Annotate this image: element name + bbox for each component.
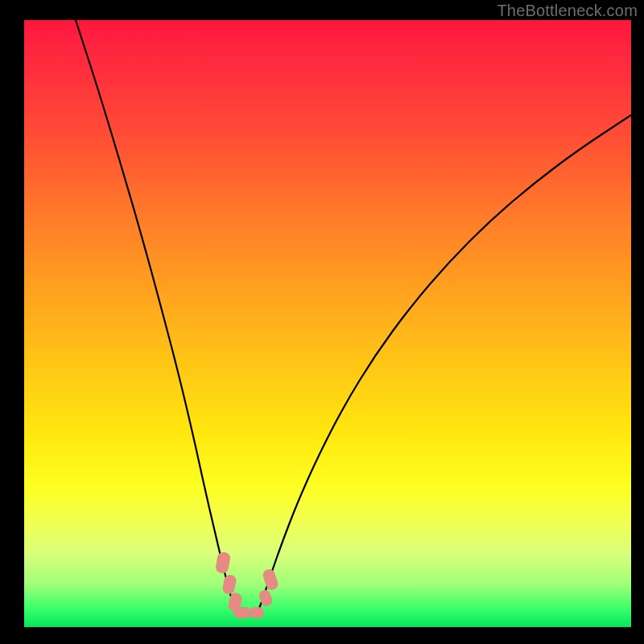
chart-frame: TheBottleneck.com (0, 0, 644, 644)
trough-marker (233, 607, 251, 618)
curve-svg (24, 20, 631, 627)
trough-marker (221, 574, 237, 596)
trough-marker (215, 551, 231, 574)
curve-right (258, 115, 631, 613)
curve-left (76, 20, 236, 613)
trough-marker (262, 568, 279, 591)
watermark-text: TheBottleneck.com (497, 2, 638, 20)
trough-marker (250, 607, 264, 618)
trough-markers (215, 551, 279, 618)
plot-area (24, 20, 631, 627)
